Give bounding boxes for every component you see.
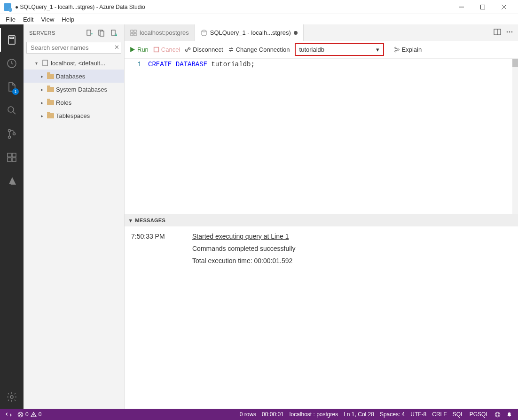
status-eol[interactable]: CRLF (429, 409, 449, 420)
svg-point-11 (13, 133, 16, 135)
code-editor[interactable]: 1 CREATE DATABASE tutorialdb; (125, 59, 518, 214)
activity-extensions[interactable] (0, 146, 24, 169)
tree-system-databases-node[interactable]: ▸ System Databases (24, 83, 124, 96)
message-timestamp: 7:50:33 PM (131, 230, 173, 242)
status-spaces[interactable]: Spaces: 4 (377, 409, 408, 420)
split-editor-icon[interactable] (494, 28, 501, 37)
server-icon (41, 60, 49, 66)
activity-history[interactable] (0, 52, 24, 75)
maximize-button[interactable] (472, 0, 493, 14)
cancel-button[interactable]: Cancel (153, 46, 180, 53)
tree-roles-node[interactable]: ▸ Roles (24, 96, 124, 109)
status-feedback[interactable] (492, 409, 503, 420)
app-icon (4, 3, 11, 11)
tab-label: localhost:postgres (140, 29, 189, 36)
status-position[interactable]: Ln 1, Col 28 (341, 409, 377, 420)
new-connection-icon[interactable] (85, 28, 94, 38)
scrollbar[interactable] (512, 59, 518, 214)
status-bar: 0 0 0 rows 00:00:01 localhost : postgres… (0, 409, 518, 420)
folder-icon (47, 100, 54, 105)
tab-sqlquery[interactable]: SQLQuery_1 - localh...stgres) (195, 24, 304, 41)
status-notifications[interactable] (503, 409, 515, 420)
svg-rect-14 (12, 158, 16, 162)
dirty-indicator-icon (294, 31, 298, 35)
svg-rect-24 (134, 30, 136, 32)
menu-help[interactable]: Help (58, 15, 78, 24)
svg-line-8 (13, 112, 16, 115)
explorer-badge: 1 (12, 88, 19, 95)
message-line[interactable]: Started executing query at Line 1 (192, 230, 289, 242)
svg-point-10 (8, 136, 11, 139)
run-button[interactable]: Run (129, 46, 149, 53)
disconnect-label: Disconnect (193, 46, 223, 53)
svg-rect-23 (131, 30, 133, 32)
new-group-icon[interactable] (97, 28, 106, 38)
caret-down-icon: ▾ (376, 46, 379, 53)
tree-label: localhost, <default... (51, 60, 105, 67)
clear-search-icon[interactable]: ✕ (114, 44, 119, 51)
messages-body: 7:50:33 PM Started executing query at Li… (125, 226, 518, 409)
activity-search[interactable] (0, 99, 24, 122)
activity-explorer[interactable]: 1 (0, 75, 24, 99)
code-content[interactable]: CREATE DATABASE tutorialdb; (148, 59, 518, 214)
explain-button[interactable]: Explain (394, 46, 422, 53)
window-controls (451, 0, 514, 14)
close-button[interactable] (493, 0, 514, 14)
collapse-icon: ▾ (129, 218, 132, 224)
window-title: ● SQLQuery_1 - localh...stgres) - Azure … (15, 4, 451, 10)
bell-icon (506, 412, 512, 418)
server-action-icon[interactable] (109, 28, 118, 38)
chevron-right-icon: ▸ (39, 74, 45, 79)
title-bar: ● SQLQuery_1 - localh...stgres) - Azure … (0, 0, 518, 14)
tree-databases-node[interactable]: ▸ Databases (24, 70, 124, 83)
svg-rect-17 (87, 30, 91, 35)
warning-icon (31, 412, 37, 418)
tab-localhost[interactable]: localhost:postgres (125, 24, 195, 41)
svg-rect-5 (10, 37, 14, 39)
minimize-button[interactable] (451, 0, 472, 14)
menu-view[interactable]: View (37, 15, 58, 24)
status-remote[interactable] (3, 409, 15, 420)
more-actions-icon[interactable] (506, 28, 513, 37)
messages-panel: ▾ MESSAGES 7:50:33 PM Started executing … (125, 214, 518, 409)
explain-label: Explain (402, 46, 422, 53)
tree-label: Tablespaces (56, 112, 90, 119)
editor-group: localhost:postgres SQLQuery_1 - localh..… (125, 24, 518, 409)
svg-rect-33 (154, 47, 158, 52)
change-connection-button[interactable]: Change Connection (228, 46, 290, 53)
status-provider[interactable]: PGSQL (467, 409, 492, 420)
activity-azure[interactable] (0, 169, 24, 193)
menu-bar: File Edit View Help (0, 14, 518, 24)
disconnect-icon (185, 47, 191, 53)
svg-point-27 (202, 30, 206, 32)
menu-file[interactable]: File (2, 15, 19, 24)
tree-server-node[interactable]: ▾ localhost, <default... (24, 56, 124, 70)
status-lang[interactable]: SQL (450, 409, 467, 420)
tab-bar: localhost:postgres SQLQuery_1 - localh..… (125, 24, 518, 41)
messages-header[interactable]: ▾ MESSAGES (125, 214, 518, 226)
database-select-value: tutorialdb (299, 46, 376, 53)
servers-panel-title: SERVERS (29, 30, 85, 36)
svg-point-9 (8, 130, 11, 132)
server-search-input[interactable] (26, 42, 121, 54)
activity-source-control[interactable] (0, 122, 24, 146)
activity-bar: 1 (0, 24, 24, 409)
activity-servers[interactable] (0, 28, 24, 52)
query-toolbar: Run Cancel Disconnect Change Connection … (125, 41, 518, 59)
database-select[interactable]: tutorialdb ▾ (295, 43, 384, 56)
play-icon (129, 47, 135, 53)
status-elapsed[interactable]: 00:00:01 (259, 409, 287, 420)
activity-settings[interactable] (0, 385, 24, 409)
status-errors[interactable]: 0 0 (15, 409, 44, 420)
menu-edit[interactable]: Edit (19, 15, 37, 24)
tree-tablespaces-node[interactable]: ▸ Tablespaces (24, 109, 124, 122)
status-encoding[interactable]: UTF-8 (408, 409, 429, 420)
status-connection[interactable]: localhost : postgres (287, 409, 341, 420)
stop-icon (153, 47, 159, 53)
cancel-label: Cancel (161, 46, 180, 53)
svg-point-30 (507, 31, 508, 33)
tree-label: System Databases (56, 86, 107, 93)
disconnect-button[interactable]: Disconnect (185, 46, 223, 53)
status-rows[interactable]: 0 rows (237, 409, 259, 420)
svg-rect-15 (12, 153, 16, 157)
